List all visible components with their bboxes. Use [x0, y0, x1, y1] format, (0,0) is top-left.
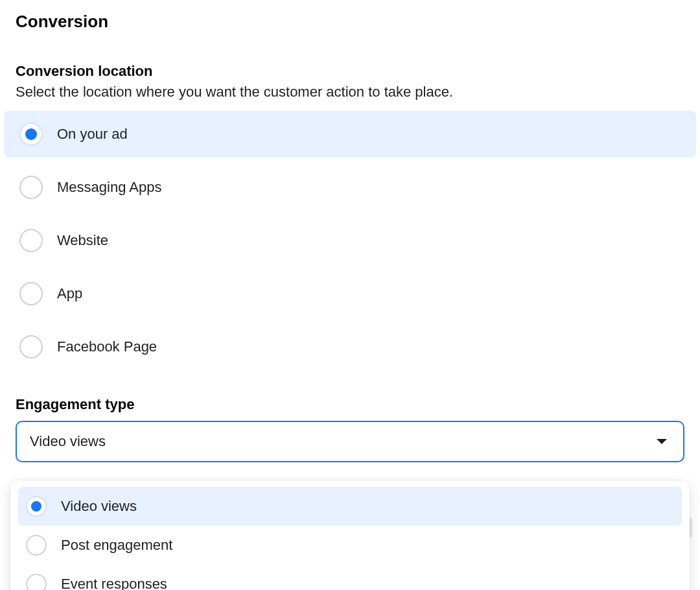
- radio-icon: [19, 282, 43, 305]
- radio-label: Facebook Page: [57, 338, 157, 355]
- menu-label: Post engagement: [61, 537, 172, 554]
- engagement-type-option-video-views[interactable]: Video views: [18, 487, 682, 526]
- scrollbar-hint: [686, 518, 692, 537]
- radio-icon: [19, 229, 43, 252]
- conversion-location-option-facebook-page[interactable]: Facebook Page: [4, 324, 696, 370]
- caret-down-icon: [656, 438, 668, 445]
- menu-label: Video views: [61, 498, 137, 515]
- conversion-location-option-app[interactable]: App: [4, 270, 696, 317]
- menu-label: Event responses: [61, 576, 167, 590]
- radio-label: Website: [57, 232, 108, 249]
- radio-icon: [19, 123, 43, 146]
- engagement-type-dropdown-menu: Video views Post engagement Event respon…: [10, 480, 690, 590]
- radio-icon: [19, 176, 43, 199]
- engagement-type-option-post-engagement[interactable]: Post engagement: [18, 526, 682, 565]
- radio-label: On your ad: [57, 126, 128, 143]
- radio-icon: [26, 574, 47, 590]
- radio-icon: [26, 535, 47, 556]
- conversion-location-title: Conversion location: [16, 63, 700, 80]
- conversion-location-description: Select the location where you want the c…: [16, 84, 700, 100]
- engagement-type-section: Engagement type Video views: [16, 396, 684, 462]
- conversion-location-option-messaging-apps[interactable]: Messaging Apps: [4, 164, 696, 211]
- radio-label: App: [57, 285, 82, 302]
- conversion-location-options: On your ad Messaging Apps Website App Fa…: [0, 111, 700, 370]
- radio-icon: [19, 335, 43, 359]
- conversion-panel: Conversion Conversion location Select th…: [0, 0, 700, 590]
- radio-label: Messaging Apps: [57, 179, 161, 196]
- engagement-type-title: Engagement type: [16, 396, 684, 413]
- section-title: Conversion: [16, 12, 700, 32]
- engagement-type-dropdown[interactable]: Video views: [16, 421, 684, 462]
- engagement-type-option-event-responses[interactable]: Event responses: [18, 565, 682, 590]
- conversion-location-option-on-your-ad[interactable]: On your ad: [4, 111, 696, 158]
- engagement-type-selected-value: Video views: [30, 433, 106, 450]
- radio-icon: [26, 496, 47, 517]
- conversion-location-option-website[interactable]: Website: [4, 217, 696, 264]
